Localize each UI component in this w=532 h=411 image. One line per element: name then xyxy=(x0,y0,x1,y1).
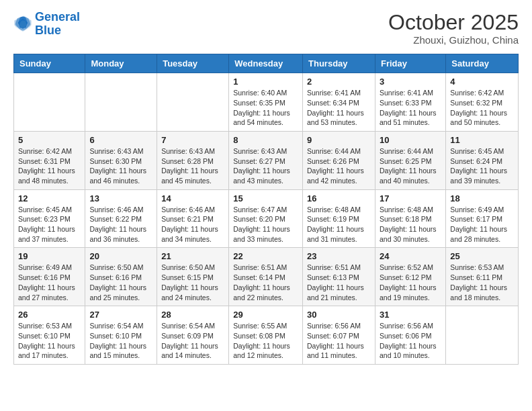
day-info: Sunrise: 6:48 AMSunset: 6:19 PMDaylight:… xyxy=(307,205,371,244)
day-info: Sunrise: 6:40 AMSunset: 6:35 PMDaylight:… xyxy=(233,88,298,128)
day-cell: 28Sunrise: 6:54 AMSunset: 6:09 PMDayligh… xyxy=(157,306,229,365)
day-cell: 22Sunrise: 6:51 AMSunset: 6:14 PMDayligh… xyxy=(229,248,303,306)
day-number: 27 xyxy=(89,310,152,320)
day-header-saturday: Saturday xyxy=(446,54,519,73)
day-number: 16 xyxy=(307,193,371,203)
day-header-tuesday: Tuesday xyxy=(157,54,229,73)
day-number: 31 xyxy=(380,310,441,320)
day-cell: 30Sunrise: 6:56 AMSunset: 6:07 PMDayligh… xyxy=(303,306,375,365)
day-number: 17 xyxy=(380,193,441,203)
calendar-title: October 2025 xyxy=(388,11,519,34)
day-header-friday: Friday xyxy=(375,54,445,73)
day-cell: 10Sunrise: 6:44 AMSunset: 6:25 PMDayligh… xyxy=(375,131,445,189)
day-info: Sunrise: 6:48 AMSunset: 6:18 PMDaylight:… xyxy=(380,205,441,244)
day-cell: 24Sunrise: 6:52 AMSunset: 6:12 PMDayligh… xyxy=(375,248,445,306)
week-row-1: 1Sunrise: 6:40 AMSunset: 6:35 PMDaylight… xyxy=(14,73,519,132)
day-number: 29 xyxy=(233,310,298,320)
day-info: Sunrise: 6:42 AMSunset: 6:31 PMDaylight:… xyxy=(18,146,81,186)
day-cell: 8Sunrise: 6:43 AMSunset: 6:27 PMDaylight… xyxy=(229,131,303,189)
day-info: Sunrise: 6:52 AMSunset: 6:12 PMDaylight:… xyxy=(380,263,441,302)
day-header-thursday: Thursday xyxy=(303,54,375,73)
day-info: Sunrise: 6:51 AMSunset: 6:13 PMDaylight:… xyxy=(307,263,371,302)
day-cell xyxy=(14,73,85,132)
day-header-monday: Monday xyxy=(85,54,157,73)
day-number: 28 xyxy=(161,310,224,320)
day-cell: 11Sunrise: 6:45 AMSunset: 6:24 PMDayligh… xyxy=(446,131,519,189)
day-number: 23 xyxy=(307,251,371,261)
day-number: 4 xyxy=(450,77,514,87)
day-cell: 25Sunrise: 6:53 AMSunset: 6:11 PMDayligh… xyxy=(446,248,519,306)
day-number: 11 xyxy=(450,135,514,145)
day-cell: 6Sunrise: 6:43 AMSunset: 6:30 PMDaylight… xyxy=(85,131,157,189)
day-info: Sunrise: 6:55 AMSunset: 6:08 PMDaylight:… xyxy=(233,321,298,361)
day-cell: 27Sunrise: 6:54 AMSunset: 6:10 PMDayligh… xyxy=(85,306,157,365)
day-info: Sunrise: 6:46 AMSunset: 6:22 PMDaylight:… xyxy=(89,205,152,244)
day-info: Sunrise: 6:46 AMSunset: 6:21 PMDaylight:… xyxy=(161,205,224,244)
logo-blue: Blue xyxy=(35,24,61,37)
day-cell: 17Sunrise: 6:48 AMSunset: 6:18 PMDayligh… xyxy=(375,189,445,248)
day-cell: 29Sunrise: 6:55 AMSunset: 6:08 PMDayligh… xyxy=(229,306,303,365)
day-cell: 4Sunrise: 6:42 AMSunset: 6:32 PMDaylight… xyxy=(446,73,519,132)
day-number: 26 xyxy=(18,310,81,320)
logo-general: General xyxy=(35,10,80,24)
day-info: Sunrise: 6:47 AMSunset: 6:20 PMDaylight:… xyxy=(233,205,298,244)
week-row-3: 12Sunrise: 6:45 AMSunset: 6:23 PMDayligh… xyxy=(14,189,519,248)
day-number: 20 xyxy=(89,251,152,261)
day-info: Sunrise: 6:56 AMSunset: 6:06 PMDaylight:… xyxy=(380,321,441,361)
page: General Blue October 2025 Zhouxi, Guizho… xyxy=(0,0,532,375)
logo: General Blue xyxy=(13,11,80,38)
day-info: Sunrise: 6:49 AMSunset: 6:16 PMDaylight:… xyxy=(18,263,81,302)
day-info: Sunrise: 6:50 AMSunset: 6:16 PMDaylight:… xyxy=(89,263,152,302)
day-number: 18 xyxy=(450,193,514,203)
calendar-table: SundayMondayTuesdayWednesdayThursdayFrid… xyxy=(13,54,519,365)
day-cell: 19Sunrise: 6:49 AMSunset: 6:16 PMDayligh… xyxy=(14,248,85,306)
day-info: Sunrise: 6:49 AMSunset: 6:17 PMDaylight:… xyxy=(450,205,514,244)
day-number: 25 xyxy=(450,251,514,261)
day-info: Sunrise: 6:56 AMSunset: 6:07 PMDaylight:… xyxy=(307,321,371,361)
day-cell: 26Sunrise: 6:53 AMSunset: 6:10 PMDayligh… xyxy=(14,306,85,365)
day-cell: 16Sunrise: 6:48 AMSunset: 6:19 PMDayligh… xyxy=(303,189,375,248)
day-number: 12 xyxy=(18,193,81,203)
day-cell: 15Sunrise: 6:47 AMSunset: 6:20 PMDayligh… xyxy=(229,189,303,248)
title-block: October 2025 Zhouxi, Guizhou, China xyxy=(388,11,519,46)
day-cell: 31Sunrise: 6:56 AMSunset: 6:06 PMDayligh… xyxy=(375,306,445,365)
day-cell: 18Sunrise: 6:49 AMSunset: 6:17 PMDayligh… xyxy=(446,189,519,248)
day-cell xyxy=(85,73,157,132)
header: General Blue October 2025 Zhouxi, Guizho… xyxy=(13,11,519,46)
day-number: 2 xyxy=(307,77,371,87)
day-number: 24 xyxy=(380,251,441,261)
day-number: 14 xyxy=(161,193,224,203)
day-number: 9 xyxy=(307,135,371,145)
logo-text: General Blue xyxy=(35,11,80,38)
day-cell: 14Sunrise: 6:46 AMSunset: 6:21 PMDayligh… xyxy=(157,189,229,248)
day-cell: 3Sunrise: 6:41 AMSunset: 6:33 PMDaylight… xyxy=(375,73,445,132)
day-cell: 23Sunrise: 6:51 AMSunset: 6:13 PMDayligh… xyxy=(303,248,375,306)
day-header-wednesday: Wednesday xyxy=(229,54,303,73)
day-info: Sunrise: 6:44 AMSunset: 6:26 PMDaylight:… xyxy=(307,146,371,186)
day-cell: 13Sunrise: 6:46 AMSunset: 6:22 PMDayligh… xyxy=(85,189,157,248)
day-number: 21 xyxy=(161,251,224,261)
day-info: Sunrise: 6:43 AMSunset: 6:27 PMDaylight:… xyxy=(233,146,298,186)
logo-icon xyxy=(13,15,32,34)
day-info: Sunrise: 6:54 AMSunset: 6:09 PMDaylight:… xyxy=(161,321,224,361)
day-number: 5 xyxy=(18,135,81,145)
calendar-subtitle: Zhouxi, Guizhou, China xyxy=(388,34,519,46)
day-info: Sunrise: 6:43 AMSunset: 6:30 PMDaylight:… xyxy=(89,146,152,186)
day-info: Sunrise: 6:53 AMSunset: 6:11 PMDaylight:… xyxy=(450,263,514,302)
week-row-4: 19Sunrise: 6:49 AMSunset: 6:16 PMDayligh… xyxy=(14,248,519,306)
day-cell xyxy=(157,73,229,132)
day-number: 8 xyxy=(233,135,298,145)
day-number: 30 xyxy=(307,310,371,320)
day-number: 22 xyxy=(233,251,298,261)
day-info: Sunrise: 6:45 AMSunset: 6:23 PMDaylight:… xyxy=(18,205,81,244)
day-info: Sunrise: 6:41 AMSunset: 6:34 PMDaylight:… xyxy=(307,88,371,128)
day-info: Sunrise: 6:43 AMSunset: 6:28 PMDaylight:… xyxy=(161,146,224,186)
day-number: 3 xyxy=(380,77,441,87)
day-number: 15 xyxy=(233,193,298,203)
day-info: Sunrise: 6:50 AMSunset: 6:15 PMDaylight:… xyxy=(161,263,224,302)
day-info: Sunrise: 6:45 AMSunset: 6:24 PMDaylight:… xyxy=(450,146,514,186)
day-cell: 7Sunrise: 6:43 AMSunset: 6:28 PMDaylight… xyxy=(157,131,229,189)
day-header-sunday: Sunday xyxy=(14,54,85,73)
day-info: Sunrise: 6:44 AMSunset: 6:25 PMDaylight:… xyxy=(380,146,441,186)
day-number: 13 xyxy=(89,193,152,203)
